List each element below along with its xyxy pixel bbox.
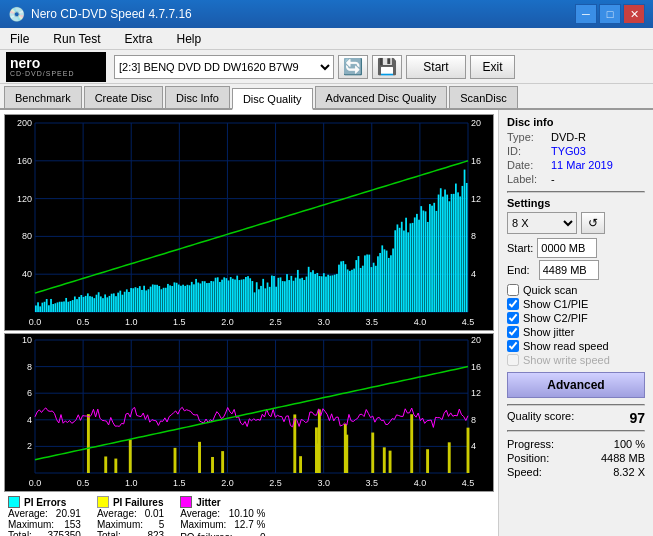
pi-errors-avg-label: Average: [8, 508, 48, 519]
jitter-label: Jitter [196, 497, 220, 508]
toolbar: nero CD·DVD/SPEED [2:3] BENQ DVD DD DW16… [0, 50, 653, 84]
menu-run-test[interactable]: Run Test [47, 30, 106, 48]
speed-value: 8.32 X [613, 466, 645, 478]
progress-section: Progress: 100 % Position: 4488 MB Speed:… [507, 438, 645, 478]
side-panel: Disc info Type: DVD-R ID: TYG03 Date: 11… [498, 110, 653, 536]
app-icon: 💿 [8, 6, 25, 22]
menu-extra[interactable]: Extra [118, 30, 158, 48]
app-title: Nero CD-DVD Speed 4.7.7.16 [31, 7, 192, 21]
settings-section: Settings 8 X ↺ Start: End: Quick scan [507, 197, 645, 398]
toolbar-save-button[interactable]: 💾 [372, 55, 402, 79]
show-write-speed-label: Show write speed [523, 354, 610, 366]
settings-title: Settings [507, 197, 645, 209]
progress-value: 100 % [614, 438, 645, 450]
tab-disc-quality[interactable]: Disc Quality [232, 88, 313, 110]
quality-score-label: Quality score: [507, 410, 574, 426]
date-label: Date: [507, 159, 547, 171]
show-write-speed-checkbox[interactable] [507, 354, 519, 366]
po-failures-label: PO failures: [180, 532, 232, 536]
jitter-legend: Jitter Average: 10.10 % Maximum: 12.7 % … [180, 496, 265, 536]
pi-errors-legend: PI Errors Average: 20.91 Maximum: 153 To… [8, 496, 81, 536]
menu-bar: File Run Test Extra Help [0, 28, 653, 50]
close-button[interactable]: ✕ [623, 4, 645, 24]
drive-select[interactable]: [2:3] BENQ DVD DD DW1620 B7W9 [114, 55, 334, 79]
jitter-max-value: 12.7 % [234, 519, 265, 530]
id-value: TYG03 [551, 145, 586, 157]
po-failures-value: 0 [260, 532, 266, 536]
pi-errors-avg-value: 20.91 [56, 508, 81, 519]
toolbar-refresh-button[interactable]: 🔄 [338, 55, 368, 79]
speed-select[interactable]: 8 X [507, 212, 577, 234]
end-input[interactable] [539, 260, 599, 280]
menu-help[interactable]: Help [171, 30, 208, 48]
pi-failures-total-label: Total: [97, 530, 121, 536]
maximize-button[interactable]: □ [599, 4, 621, 24]
jitter-max-label: Maximum: [180, 519, 226, 530]
exit-button[interactable]: Exit [470, 55, 515, 79]
top-chart [4, 114, 494, 331]
id-label: ID: [507, 145, 547, 157]
pi-errors-max-label: Maximum: [8, 519, 54, 530]
menu-file[interactable]: File [4, 30, 35, 48]
start-label: Start: [507, 242, 533, 254]
pi-failures-avg-label: Average: [97, 508, 137, 519]
pi-errors-color [8, 496, 20, 508]
advanced-button[interactable]: Advanced [507, 372, 645, 398]
main-content: PI Errors Average: 20.91 Maximum: 153 To… [0, 110, 653, 536]
jitter-avg-label: Average: [180, 508, 220, 519]
date-value: 11 Mar 2019 [551, 159, 613, 171]
show-c1pie-checkbox[interactable] [507, 298, 519, 310]
tab-scan-disc[interactable]: ScanDisc [449, 86, 517, 108]
pi-errors-total-label: Total: [8, 530, 32, 536]
disc-label-label: Label: [507, 173, 547, 185]
pi-failures-legend: PI Failures Average: 0.01 Maximum: 5 Tot… [97, 496, 164, 536]
speed-label: Speed: [507, 466, 542, 478]
jitter-avg-value: 10.10 % [229, 508, 266, 519]
disc-label-value: - [551, 173, 555, 185]
pi-errors-label: PI Errors [24, 497, 66, 508]
quick-scan-checkbox[interactable] [507, 284, 519, 296]
tab-benchmark[interactable]: Benchmark [4, 86, 82, 108]
tab-bar: Benchmark Create Disc Disc Info Disc Qua… [0, 84, 653, 110]
jitter-color [180, 496, 192, 508]
tab-disc-info[interactable]: Disc Info [165, 86, 230, 108]
pi-failures-max-label: Maximum: [97, 519, 143, 530]
pi-failures-max-value: 5 [159, 519, 165, 530]
legend-area: PI Errors Average: 20.91 Maximum: 153 To… [4, 494, 494, 536]
pi-failures-label: PI Failures [113, 497, 164, 508]
pi-errors-total-value: 375350 [48, 530, 81, 536]
disc-info-section: Disc info Type: DVD-R ID: TYG03 Date: 11… [507, 116, 645, 185]
pi-failures-avg-value: 0.01 [145, 508, 164, 519]
chart-area: PI Errors Average: 20.91 Maximum: 153 To… [0, 110, 498, 536]
progress-label: Progress: [507, 438, 554, 450]
disc-info-title: Disc info [507, 116, 645, 128]
nero-logo: nero CD·DVD/SPEED [6, 52, 106, 82]
quality-row: Quality score: 97 [507, 410, 645, 426]
show-c2pif-checkbox[interactable] [507, 312, 519, 324]
start-input[interactable] [537, 238, 597, 258]
show-read-speed-label: Show read speed [523, 340, 609, 352]
tab-advanced-disc-quality[interactable]: Advanced Disc Quality [315, 86, 448, 108]
quality-score-value: 97 [629, 410, 645, 426]
pi-failures-total-value: 823 [148, 530, 165, 536]
end-label: End: [507, 264, 530, 276]
start-button[interactable]: Start [406, 55, 466, 79]
position-value: 4488 MB [601, 452, 645, 464]
quick-scan-label: Quick scan [523, 284, 577, 296]
show-jitter-label: Show jitter [523, 326, 574, 338]
type-value: DVD-R [551, 131, 586, 143]
position-label: Position: [507, 452, 549, 464]
minimize-button[interactable]: ─ [575, 4, 597, 24]
title-bar: 💿 Nero CD-DVD Speed 4.7.7.16 ─ □ ✕ [0, 0, 653, 28]
pi-failures-color [97, 496, 109, 508]
settings-refresh-button[interactable]: ↺ [581, 212, 605, 234]
show-c1pie-label: Show C1/PIE [523, 298, 588, 310]
bottom-chart [4, 333, 494, 492]
show-jitter-checkbox[interactable] [507, 326, 519, 338]
pi-errors-max-value: 153 [64, 519, 81, 530]
show-read-speed-checkbox[interactable] [507, 340, 519, 352]
show-c2pif-label: Show C2/PIF [523, 312, 588, 324]
tab-create-disc[interactable]: Create Disc [84, 86, 163, 108]
type-label: Type: [507, 131, 547, 143]
